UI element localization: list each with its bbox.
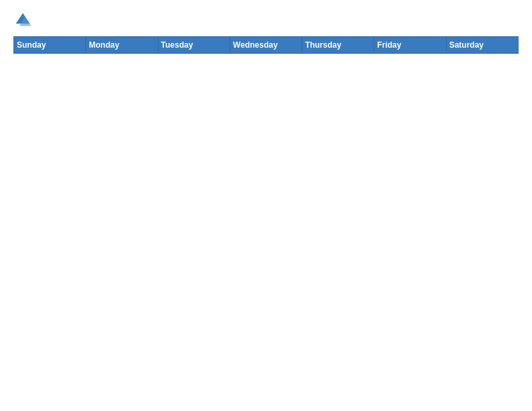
calendar-day-header: Sunday [14, 37, 86, 54]
page: SundayMondayTuesdayWednesdayThursdayFrid… [0, 0, 532, 411]
calendar-header-row: SundayMondayTuesdayWednesdayThursdayFrid… [14, 37, 519, 54]
header [13, 11, 519, 30]
calendar-day-header: Tuesday [158, 37, 230, 54]
logo [13, 11, 35, 30]
logo-icon [13, 11, 32, 30]
calendar-day-header: Thursday [302, 37, 374, 54]
calendar-day-header: Monday [86, 37, 158, 54]
calendar-day-header: Saturday [446, 37, 518, 54]
calendar-day-header: Friday [374, 37, 446, 54]
calendar-day-header: Wednesday [230, 37, 302, 54]
calendar-table: SundayMondayTuesdayWednesdayThursdayFrid… [13, 36, 519, 400]
